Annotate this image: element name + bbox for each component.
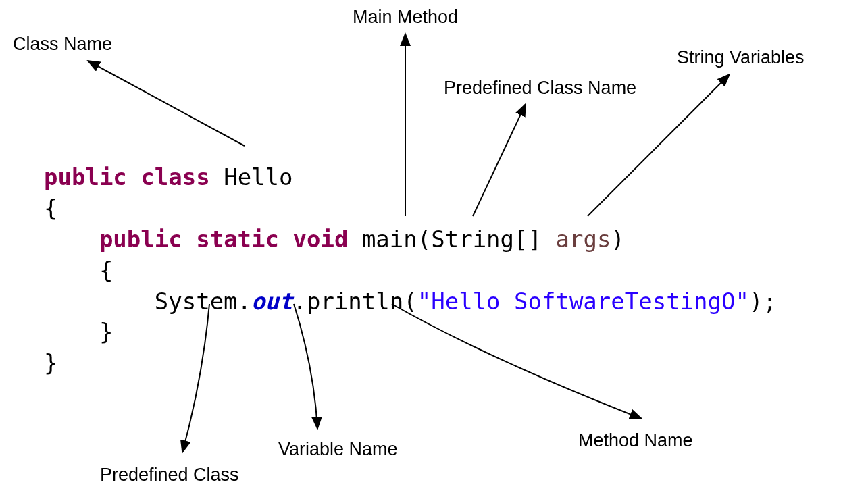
label-main-method: Main Method	[353, 7, 458, 28]
class-identifier: Hello	[224, 163, 292, 190]
system-class: System.	[155, 288, 251, 315]
svg-line-1	[88, 61, 245, 146]
keyword-void: void	[293, 226, 349, 253]
println-method: .println(	[292, 288, 417, 315]
code-block: public class Hello { public static void …	[44, 162, 777, 379]
inner-brace-close: }	[99, 318, 113, 345]
brace-open: {	[44, 194, 57, 222]
keyword-public: public	[44, 163, 127, 190]
brace-close: }	[44, 349, 57, 376]
keyword-static: static	[196, 226, 279, 253]
inner-brace-open: {	[99, 257, 113, 284]
out-field: out	[251, 288, 292, 315]
label-string-variables: String Variables	[677, 47, 805, 68]
label-class-name: Class Name	[13, 34, 112, 55]
label-method-name: Method Name	[578, 430, 693, 451]
string-literal: "Hello SoftwareTestingO"	[417, 288, 749, 315]
keyword-public-2: public	[99, 226, 182, 253]
param-args: args	[555, 226, 611, 253]
label-variable-name: Variable Name	[278, 439, 398, 460]
keyword-class: class	[141, 163, 209, 190]
main-method-signature: main(String[]	[362, 226, 556, 253]
label-predefined-class-name: Predefined Class Name	[444, 78, 636, 99]
label-predefined-class: Predefined Class	[100, 465, 239, 486]
